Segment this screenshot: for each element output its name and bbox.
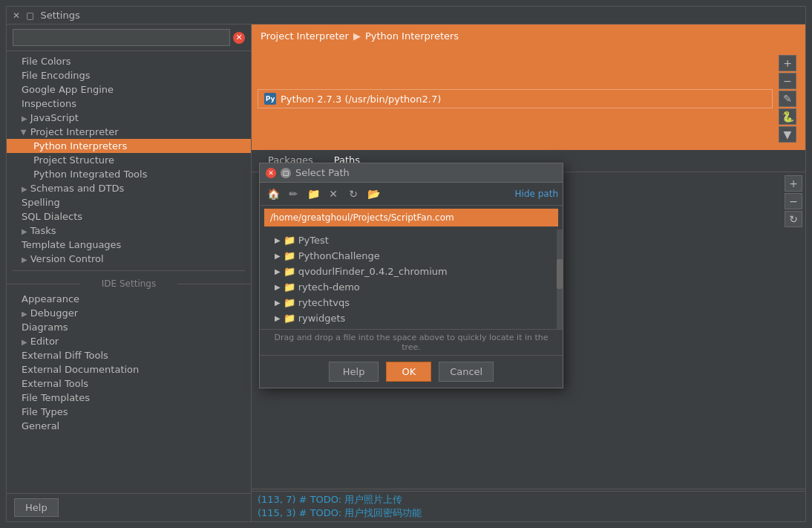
search-bar: ✕ bbox=[7, 25, 251, 51]
left-panel: ✕ File Colors File Encodings Google App … bbox=[7, 25, 252, 521]
interpreter-display: Py Python 2.7.3 (/usr/bin/python2.7) bbox=[258, 89, 773, 108]
sidebar-item-google-app-engine[interactable]: Google App Engine bbox=[7, 82, 251, 97]
python-icon: Py bbox=[264, 93, 276, 105]
sidebar-item-file-colors[interactable]: File Colors bbox=[7, 54, 251, 68]
dialog-toolbar: 🏠 ✏ 📁 ✕ ↻ 📂 Hide path bbox=[260, 183, 563, 206]
folder-icon: 📁 bbox=[284, 281, 295, 293]
add-interpreter-button[interactable]: + bbox=[779, 55, 796, 71]
chevron-right-icon: ▶ bbox=[275, 236, 281, 244]
settings-window: ✕ ▢ Settings ✕ File Colors File Encoding… bbox=[6, 6, 806, 522]
dialog-scrollbar[interactable] bbox=[557, 229, 563, 329]
interpreter-bar: Py Python 2.7.3 (/usr/bin/python2.7) + −… bbox=[252, 48, 805, 150]
home-icon-button[interactable]: 🏠 bbox=[264, 186, 282, 202]
current-path-input[interactable] bbox=[264, 209, 558, 226]
right-header-sub: Python Interpreters bbox=[365, 30, 459, 42]
close-icon[interactable]: ✕ bbox=[13, 10, 20, 21]
chevron-right-icon: ▶ bbox=[275, 267, 281, 276]
remove-interpreter-button[interactable]: − bbox=[779, 73, 796, 89]
dialog-scrollbar-thumb bbox=[557, 259, 563, 289]
path-remove-button[interactable]: − bbox=[785, 193, 802, 209]
chevron-right-icon: ▶ bbox=[275, 299, 281, 307]
ide-settings-label: IDE Settings bbox=[7, 276, 251, 292]
right-header-main: Project Interpreter bbox=[261, 30, 349, 42]
dialog-tree-item-pythonchallenge[interactable]: ▶ 📁 PythonChallenge bbox=[260, 248, 563, 264]
dialog-title: Select Path bbox=[295, 167, 350, 178]
status-line-2: (115, 3) # TODO: 用户找回密码功能 bbox=[258, 506, 799, 520]
sidebar-item-file-types[interactable]: File Types bbox=[7, 405, 251, 419]
chevron-right-icon: ▶ bbox=[22, 185, 27, 193]
divider bbox=[13, 270, 245, 271]
path-refresh-button[interactable]: ↻ bbox=[785, 211, 802, 227]
sidebar-item-inspections[interactable]: Inspections bbox=[7, 97, 251, 111]
search-clear-button[interactable]: ✕ bbox=[233, 32, 245, 44]
sidebar-item-version-control[interactable]: ▶Version Control bbox=[7, 252, 251, 266]
dialog-cancel-button[interactable]: Cancel bbox=[439, 362, 494, 382]
paths-side-buttons: + − ↻ bbox=[782, 172, 805, 489]
sidebar-item-appearance[interactable]: Appearance bbox=[7, 292, 251, 306]
minimize-icon[interactable]: ▢ bbox=[26, 10, 34, 21]
sidebar-item-template-languages[interactable]: Template Languages bbox=[7, 238, 251, 252]
sidebar-item-project-structure[interactable]: Project Structure bbox=[7, 153, 251, 167]
dialog-minimize-button[interactable]: ▢ bbox=[281, 168, 291, 178]
sidebar-item-external-diff-tools[interactable]: External Diff Tools bbox=[7, 348, 251, 362]
sidebar-item-python-integrated-tools[interactable]: Python Integrated Tools bbox=[7, 167, 251, 181]
chevron-right-icon: ▶ bbox=[22, 227, 27, 235]
sidebar-item-diagrams[interactable]: Diagrams bbox=[7, 320, 251, 334]
filter-interpreter-button[interactable]: ▼ bbox=[779, 126, 796, 143]
chevron-right-icon: ▶ bbox=[275, 252, 281, 260]
dialog-tree-item-rywidgets[interactable]: ▶ 📁 rywidgets bbox=[260, 310, 563, 326]
sidebar-item-general[interactable]: General bbox=[7, 419, 251, 433]
folder-icon: 📁 bbox=[284, 297, 295, 308]
edit-icon-button[interactable]: ✏ bbox=[284, 186, 302, 202]
dialog-bottom-buttons: Help OK Cancel bbox=[260, 355, 563, 388]
new-folder-icon-button[interactable]: 📁 bbox=[304, 186, 322, 202]
sidebar-item-external-tools[interactable]: External Tools bbox=[7, 377, 251, 391]
folder-icon: 📁 bbox=[284, 235, 295, 246]
open-folder-icon-button[interactable]: 📂 bbox=[364, 186, 382, 202]
sidebar-item-spelling[interactable]: Spelling bbox=[7, 195, 251, 209]
tree-panel: File Colors File Encodings Google App En… bbox=[7, 51, 251, 493]
dialog-tree-item-rytechtvqs[interactable]: ▶ 📁 rytechtvqs bbox=[260, 295, 563, 310]
chevron-right-icon: ▶ bbox=[22, 338, 27, 346]
interpreter-side-buttons: + − ✎ 🐍 ▼ bbox=[776, 52, 799, 146]
select-path-dialog: ✕ ▢ Select Path 🏠 ✏ 📁 ✕ ↻ 📂 Hide path ▶ bbox=[259, 163, 563, 388]
chevron-right-icon: ▶ bbox=[22, 310, 27, 318]
right-header-arrow-icon: ▶ bbox=[353, 30, 361, 42]
chevron-down-icon: ▶ bbox=[20, 130, 28, 136]
search-input[interactable] bbox=[13, 29, 230, 46]
refresh-icon-button[interactable]: ↻ bbox=[344, 186, 362, 202]
chevron-right-icon: ▶ bbox=[22, 255, 27, 264]
folder-icon: 📁 bbox=[284, 266, 295, 277]
dialog-help-button[interactable]: Help bbox=[329, 362, 379, 382]
status-line-1: (113, 7) # TODO: 用户照片上传 bbox=[258, 493, 799, 506]
sidebar-item-python-interpreters[interactable]: Python Interpreters bbox=[7, 139, 251, 153]
folder-icon: 📁 bbox=[284, 313, 295, 324]
status-bar: (113, 7) # TODO: 用户照片上传 (115, 3) # TODO:… bbox=[252, 491, 805, 521]
help-button[interactable]: Help bbox=[14, 498, 59, 517]
sidebar-item-file-templates[interactable]: File Templates bbox=[7, 391, 251, 405]
sidebar-item-file-encodings[interactable]: File Encodings bbox=[7, 68, 251, 82]
folder-icon: 📁 bbox=[284, 250, 295, 261]
python-interpreter-button[interactable]: 🐍 bbox=[779, 108, 796, 125]
sidebar-item-external-documentation[interactable]: External Documentation bbox=[7, 362, 251, 377]
chevron-right-icon: ▶ bbox=[275, 314, 281, 322]
close-icon-button[interactable]: ✕ bbox=[324, 186, 342, 202]
dialog-tree-item-qvodurlf[interactable]: ▶ 📁 qvodurlFinder_0.4.2_chromium bbox=[260, 264, 563, 279]
title-bar: ✕ ▢ Settings bbox=[7, 7, 805, 25]
path-add-button[interactable]: + bbox=[785, 175, 802, 192]
sidebar-item-sql-dialects[interactable]: SQL Dialects bbox=[7, 209, 251, 224]
sidebar-item-editor[interactable]: ▶Editor bbox=[7, 334, 251, 348]
dialog-tree: ▶ 📁 PyTest ▶ 📁 PythonChallenge ▶ 📁 qvodu… bbox=[260, 229, 563, 329]
edit-interpreter-button[interactable]: ✎ bbox=[779, 91, 796, 107]
hide-path-button[interactable]: Hide path bbox=[515, 189, 558, 199]
dialog-tree-item-rytech-demo[interactable]: ▶ 📁 rytech-demo bbox=[260, 279, 563, 295]
sidebar-item-javascript[interactable]: ▶JavaScript bbox=[7, 111, 251, 125]
dialog-tree-item-pytest[interactable]: ▶ 📁 PyTest bbox=[260, 232, 563, 248]
sidebar-item-project-interpreter[interactable]: ▶Project Interpreter bbox=[7, 125, 251, 139]
sidebar-item-tasks[interactable]: ▶Tasks bbox=[7, 224, 251, 238]
sidebar-item-debugger[interactable]: ▶Debugger bbox=[7, 306, 251, 320]
dialog-ok-button[interactable]: OK bbox=[386, 362, 431, 382]
dialog-close-button[interactable]: ✕ bbox=[266, 168, 276, 178]
dialog-title-bar: ✕ ▢ Select Path bbox=[260, 163, 563, 183]
sidebar-item-schemas-and-dtds[interactable]: ▶Schemas and DTDs bbox=[7, 181, 251, 195]
